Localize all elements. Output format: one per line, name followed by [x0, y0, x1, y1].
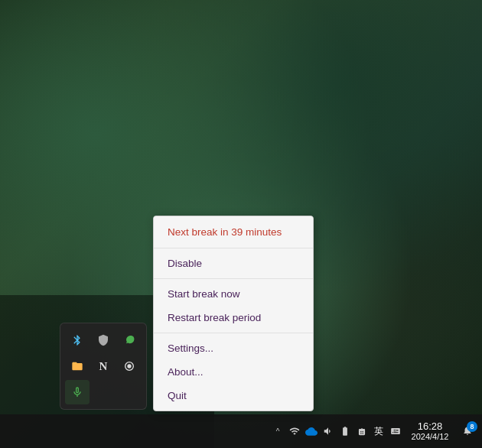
tray-shield-icon[interactable] [91, 328, 116, 352]
tray-language-icon[interactable]: 英 [370, 423, 387, 440]
menu-item-start-break[interactable]: Start break now [154, 282, 313, 306]
tray-usb-icon[interactable] [353, 423, 370, 440]
menu-section-3: Settings... About... Quit [154, 333, 313, 411]
clock-area[interactable]: 16:28 2024/4/12 [404, 419, 456, 444]
tray-folder-icon[interactable] [65, 354, 90, 378]
context-menu: Next break in 39 minutes Disable Start b… [153, 216, 314, 411]
tray-wechat-icon[interactable] [117, 328, 142, 352]
tray-onedrive-icon[interactable] [303, 423, 320, 440]
menu-section-2: Start break now Restart break period [154, 279, 313, 333]
tray-record-icon[interactable] [117, 354, 142, 378]
tray-overflow-button[interactable]: ^ [269, 423, 286, 440]
notification-badge: 8 [467, 421, 477, 432]
menu-item-settings[interactable]: Settings... [154, 336, 313, 360]
menu-section-1: Disable [154, 248, 313, 279]
menu-item-restart-break[interactable]: Restart break period [154, 306, 313, 330]
tray-wifi-icon[interactable] [286, 423, 303, 440]
tray-bluetooth-icon[interactable] [65, 328, 90, 352]
clock-date: 2024/4/12 [412, 432, 449, 442]
systray-popup: N [60, 323, 147, 410]
tray-battery-icon[interactable] [337, 423, 353, 440]
menu-item-about[interactable]: About... [154, 360, 313, 384]
svg-point-1 [127, 364, 131, 368]
menu-item-quit[interactable]: Quit [154, 384, 313, 407]
menu-item-disable[interactable]: Disable [154, 252, 313, 275]
clock-time: 16:28 [418, 420, 443, 433]
tray-notion-icon[interactable]: N [91, 354, 116, 378]
tray-keyboard-icon[interactable] [387, 423, 404, 440]
tray-volume-icon[interactable] [320, 423, 337, 440]
menu-header: Next break in 39 minutes [154, 216, 313, 248]
taskbar: ^ 英 16:28 2 [0, 414, 482, 448]
notification-button[interactable]: 8 [456, 419, 479, 443]
tray-green-app-icon[interactable] [65, 380, 90, 404]
